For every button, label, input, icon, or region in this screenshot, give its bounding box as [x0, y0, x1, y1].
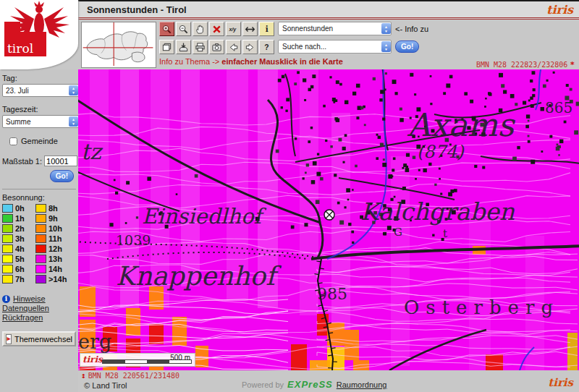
toolbar-help-button[interactable]: ? [259, 40, 274, 54]
map-label-osterberg: Osterberg [404, 297, 559, 318]
map-marker-crosshair [324, 210, 334, 220]
sidebar-link-hinweise[interactable]: Hinweise [13, 294, 46, 303]
save-icon [178, 42, 189, 53]
tageszeit-select-value: Summe [6, 118, 30, 126]
toolbar-info-button[interactable]: i [259, 22, 274, 36]
info-instruction-bold: einfacher Mausklick in die Karte [221, 57, 343, 66]
forward-icon [245, 42, 255, 53]
toolbar-zoom-in-button[interactable] [159, 22, 174, 36]
sidebar: Tag: 23. Juli ▲▼ Tageszeit: Summe ▲▼ Gem… [0, 69, 78, 392]
gemeinde-label: Gemeinde [21, 137, 58, 145]
sidebar-links: iHinweiseDatenquellenRückfragen [2, 294, 78, 322]
themenwechsel-label: Themenwechsel [14, 335, 72, 344]
tirol-eagle-icon: tirol [0, 0, 78, 69]
legend-swatch-13h [35, 255, 46, 263]
map-label-g: G [394, 226, 402, 239]
map-label-axams: Axams [407, 106, 516, 143]
toolbar-xy-button[interactable]: x/y [226, 22, 241, 36]
map-canvas[interactable]: tzEinsiedlhof1039KnappenhofergAxams(874)… [78, 69, 579, 370]
toolbar-save-button[interactable] [176, 40, 191, 54]
toolbar-full-extent-button[interactable] [159, 40, 174, 54]
legend-label: 7h [15, 275, 33, 284]
tiris-logo-bottom: tiris [548, 376, 573, 389]
measure-icon [245, 24, 255, 35]
tiris-logo-top: tiris [546, 3, 573, 17]
toolbar-measure-button[interactable] [242, 22, 258, 36]
select-spinner-icon[interactable]: ▲▼ [381, 23, 391, 34]
snapshot-icon [211, 42, 222, 53]
coords-top: BMN M28 222823/232806 * [476, 60, 575, 69]
legend-swatch-2h [2, 224, 13, 233]
toolbar-snapshot-button[interactable] [209, 40, 224, 54]
raumordnung-link[interactable]: Raumordnung [337, 380, 387, 389]
search-go-button[interactable]: Go! [395, 41, 419, 53]
select-spinner-icon[interactable]: ▲▼ [381, 41, 391, 52]
coords-bottom: ↕ BMN M28 220561/231480 [81, 371, 179, 380]
toolbar-print-button[interactable] [193, 40, 208, 54]
sidebar-link-datenquellen[interactable]: Datenquellen [2, 304, 49, 312]
toolbar-zone: x/yi ? Sonnenstunden ▲▼ <- Info zu Suche… [78, 20, 579, 69]
search-select[interactable]: Suche nach... ▲▼ [278, 40, 392, 54]
toolbar-clear-button[interactable] [209, 22, 224, 36]
toolbar-row-2: ? [159, 40, 274, 54]
page-title: Sonnenstunden - Tirol [87, 4, 187, 15]
tageszeit-select[interactable]: Summe ▲▼ [2, 115, 79, 128]
toolbar-zoom-out-button[interactable] [176, 22, 191, 36]
theme-select-value: Sonnenstunden [282, 25, 333, 33]
legend-title: Besonnung: [2, 193, 78, 202]
print-icon [195, 42, 206, 53]
map-label-einsiedlhof: Einsiedlhof [142, 204, 266, 229]
toolbar-row-1: x/yi [159, 22, 274, 36]
tirol-outline-icon [82, 22, 154, 66]
search-select-value: Suche nach... [282, 43, 326, 51]
legend-label: 11h [48, 234, 76, 243]
legend-label: 8h [48, 204, 76, 213]
legend-label: 10h [48, 224, 76, 233]
legend-swatch-5h [2, 255, 13, 263]
select-spinner-icon[interactable]: ▲▼ [69, 116, 78, 127]
tag-select[interactable]: 23. Juli ▲▼ [2, 84, 79, 97]
tag-label: Tag: [2, 74, 78, 82]
legend-label: 2h [15, 224, 33, 233]
sidebar-link-rckfragen[interactable]: Rückfragen [2, 313, 43, 322]
map-viewport[interactable]: tzEinsiedlhof1039KnappenhofergAxams(874)… [78, 69, 579, 370]
coords-top-value: BMN M28 222823/232806 [476, 61, 567, 69]
clear-icon [211, 24, 222, 35]
coords-marker-icon: ↕ [81, 371, 86, 380]
map-label-985: 985 [317, 285, 347, 303]
toolbar-pan-button[interactable] [193, 22, 208, 36]
legend-label: 5h [15, 255, 33, 263]
legend-label: 4h [15, 244, 33, 253]
map-label-knappenhof: Knappenhof [116, 261, 282, 291]
overview-map[interactable] [81, 22, 156, 68]
map-label-erg: erg [78, 331, 111, 353]
select-spinner-icon[interactable]: ▲▼ [69, 85, 78, 95]
massstab-go-button[interactable]: Go! [50, 170, 74, 182]
legend-label: 9h [48, 214, 76, 223]
legend-swatch-3h [2, 234, 13, 243]
legend-swatch->14h [35, 275, 46, 284]
toolbar-forward-button[interactable] [242, 40, 258, 54]
legend-swatch-7h [2, 275, 13, 284]
map-label-t: t [443, 227, 447, 240]
coords-marker-icon: * [570, 60, 575, 69]
pan-icon [195, 24, 206, 35]
legend-swatch-10h [35, 224, 46, 233]
footer: ↕ BMN M28 220561/231480 © Land Tirol Pow… [78, 370, 579, 392]
massstab-input[interactable] [44, 155, 77, 166]
legend-label: >14h [48, 275, 76, 284]
powered-by: Powered by EXPreSS Raumordnung [242, 379, 386, 390]
gemeinde-checkbox[interactable] [9, 137, 17, 145]
legend-swatch-8h [35, 204, 46, 213]
legend-label: 14h [48, 265, 76, 273]
scale-bar: tiris 500 m [80, 353, 195, 367]
back-icon [228, 42, 239, 53]
themenwechsel-button[interactable]: ▸ Themenwechsel [2, 331, 76, 346]
svg-text:x/y: x/y [228, 27, 237, 33]
toolbar-back-button[interactable] [226, 40, 241, 54]
map-label-865: 865 [545, 99, 572, 116]
copyright: © Land Tirol [84, 381, 127, 390]
theme-select[interactable]: Sonnenstunden ▲▼ [278, 22, 392, 35]
full-extent-icon [161, 42, 172, 53]
massstab-label: Maßstab 1: [2, 157, 42, 166]
